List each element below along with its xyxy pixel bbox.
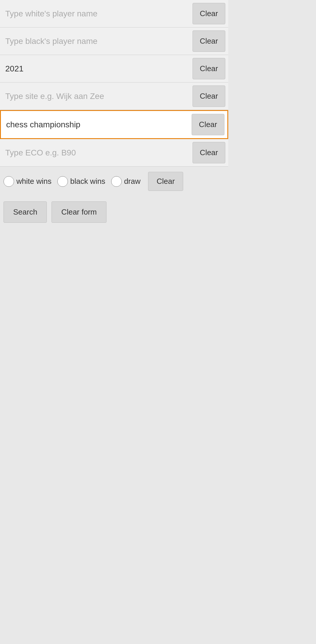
- event-row: Clear: [0, 110, 228, 139]
- site-row: Clear: [0, 83, 228, 110]
- black-wins-radio[interactable]: [57, 176, 68, 187]
- black-wins-option[interactable]: black wins: [57, 176, 105, 187]
- year-row: Clear: [0, 55, 228, 83]
- search-button[interactable]: Search: [4, 201, 47, 223]
- result-radio-row: white wins black wins draw Clear: [0, 167, 228, 196]
- draw-label: draw: [124, 177, 140, 186]
- black-player-clear-button[interactable]: Clear: [193, 30, 225, 52]
- action-row: Search Clear form: [0, 196, 228, 228]
- eco-input[interactable]: [0, 139, 191, 166]
- site-input[interactable]: [0, 83, 191, 110]
- event-clear-button[interactable]: Clear: [192, 114, 224, 135]
- white-player-clear-button[interactable]: Clear: [193, 3, 225, 24]
- black-player-input[interactable]: [0, 28, 191, 55]
- eco-row: Clear: [0, 139, 228, 167]
- year-clear-button[interactable]: Clear: [193, 58, 225, 79]
- year-input[interactable]: [0, 55, 191, 82]
- white-wins-radio[interactable]: [4, 176, 14, 187]
- draw-radio[interactable]: [111, 176, 122, 187]
- white-wins-label: white wins: [16, 177, 51, 186]
- draw-option[interactable]: draw: [111, 176, 140, 187]
- black-player-row: Clear: [0, 28, 228, 55]
- eco-clear-button[interactable]: Clear: [193, 142, 225, 163]
- white-wins-option[interactable]: white wins: [4, 176, 51, 187]
- result-clear-button[interactable]: Clear: [148, 172, 183, 191]
- black-wins-label: black wins: [70, 177, 105, 186]
- clear-form-button[interactable]: Clear form: [51, 201, 106, 223]
- site-clear-button[interactable]: Clear: [193, 85, 225, 107]
- white-player-row: Clear: [0, 0, 228, 28]
- event-input[interactable]: [1, 111, 190, 138]
- search-form: Clear Clear Clear Clear Clear Clear whit…: [0, 0, 228, 228]
- white-player-input[interactable]: [0, 0, 191, 27]
